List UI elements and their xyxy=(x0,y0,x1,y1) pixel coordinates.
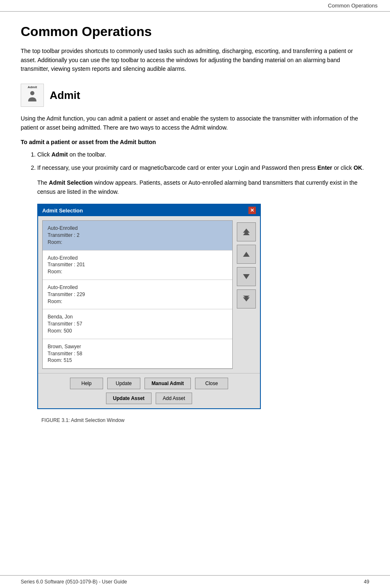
list-item[interactable]: Benda, JonTransmitter : 57Room: 500 xyxy=(43,309,232,339)
step-1: Click Admit on the toolbar. xyxy=(37,150,369,159)
admit-svg-icon xyxy=(26,90,39,103)
svg-marker-7 xyxy=(243,297,250,301)
admit-icon: Admit xyxy=(21,84,44,107)
step2-bold-ok: OK xyxy=(354,164,362,171)
scroll-bottom-button[interactable] xyxy=(237,289,256,308)
dialog-nav-buttons xyxy=(237,220,256,369)
svg-marker-4 xyxy=(243,252,250,257)
header-title: Common Operations xyxy=(328,2,378,9)
bold-procedure-heading: To admit a patient or asset from the Adm… xyxy=(21,139,369,145)
footer-row-2: Update Asset Add Asset xyxy=(43,393,255,404)
figure-caption: FIGURE 3.1: Admit Selection Window xyxy=(41,417,369,423)
dialog-body: Auto-EnrolledTransmitter : 2Room: Auto-E… xyxy=(38,216,260,373)
page-footer: Series 6.0 Software (0510-1079-B) - User… xyxy=(0,575,390,588)
header-bar: Common Operations xyxy=(0,0,390,12)
dialog-close-button[interactable]: ✕ xyxy=(248,207,256,214)
dialog-footer: Help Update Manual Admit Close Update As… xyxy=(38,373,260,408)
dialog-title: Admit Selection xyxy=(42,207,83,214)
scroll-up-button[interactable] xyxy=(237,245,256,264)
close-button[interactable]: Close xyxy=(195,378,228,389)
footer-right: 49 xyxy=(364,579,369,585)
dialog-titlebar: Admit Selection ✕ xyxy=(38,205,260,216)
step2-bold-enter: Enter xyxy=(318,164,332,171)
indented-paragraph: The Admit Selection window appears. Pati… xyxy=(37,178,369,196)
list-item[interactable]: Brown, SawyerTransmitter : 58Room: 515 xyxy=(43,339,232,369)
add-asset-button[interactable]: Add Asset xyxy=(156,393,192,404)
page-title: Common Operations xyxy=(21,24,369,39)
step-2: If necessary, use your proximity card or… xyxy=(37,164,369,173)
footer-left: Series 6.0 Software (0510-1079-B) - User… xyxy=(21,579,127,585)
step1-bold: Admit xyxy=(51,151,68,158)
dialog-list-area: Auto-EnrolledTransmitter : 2Room: Auto-E… xyxy=(42,220,233,369)
intro-paragraph: The top toolbar provides shortcuts to co… xyxy=(21,47,369,74)
steps-list: Click Admit on the toolbar. If necessary… xyxy=(37,150,369,172)
admit-description: Using the Admit function, you can admit … xyxy=(21,114,369,132)
admit-icon-figure xyxy=(26,90,39,106)
list-item[interactable]: Auto-EnrolledTransmitter : 201Room: xyxy=(43,251,232,280)
list-item[interactable]: Auto-EnrolledTransmitter : 229Room: xyxy=(43,280,232,309)
dialog-screenshot: Admit Selection ✕ Auto-EnrolledTransmitt… xyxy=(37,204,261,409)
admit-icon-label: Admit xyxy=(28,85,37,89)
admit-selection-bold: Admit Selection xyxy=(49,179,93,186)
section-header: Admit Admit xyxy=(21,84,369,107)
section-title: Admit xyxy=(50,89,80,102)
svg-marker-5 xyxy=(243,274,250,279)
update-button[interactable]: Update xyxy=(107,378,140,389)
list-item[interactable]: Auto-EnrolledTransmitter : 2Room: xyxy=(43,221,232,250)
main-content: Common Operations The top toolbar provid… xyxy=(0,12,390,444)
manual-admit-button[interactable]: Manual Admit xyxy=(144,378,191,389)
scroll-top-button[interactable] xyxy=(237,222,256,241)
scroll-down-button[interactable] xyxy=(237,267,256,286)
svg-point-0 xyxy=(30,91,34,95)
update-asset-button[interactable]: Update Asset xyxy=(106,393,152,404)
footer-row-1: Help Update Manual Admit Close xyxy=(43,378,255,389)
help-button[interactable]: Help xyxy=(70,378,103,389)
